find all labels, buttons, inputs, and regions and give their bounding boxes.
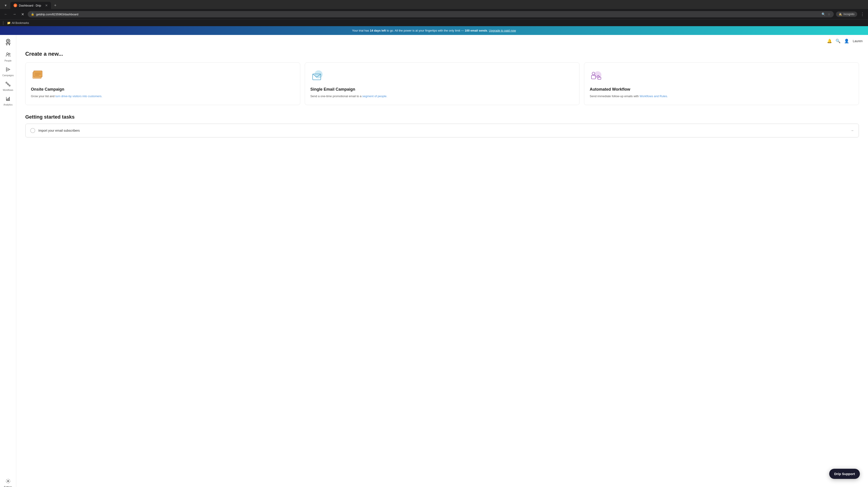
banner-middle: to go. All the power is at your fingerti…	[386, 29, 465, 32]
all-bookmarks-btn[interactable]: 📁 All Bookmarks	[6, 21, 30, 25]
address-actions: 🔍 ☆	[822, 12, 831, 16]
app-layout: People Campaigns Workflow	[0, 35, 868, 487]
security-icon: 🔒	[31, 12, 34, 16]
task-label-import: Import your email subscribers	[38, 129, 80, 132]
sidebar-item-people[interactable]: People	[1, 50, 15, 64]
svg-rect-9	[7, 84, 8, 85]
svg-point-18	[7, 481, 9, 482]
user-icon[interactable]: 👤	[844, 38, 849, 43]
svg-rect-10	[9, 85, 10, 86]
svg-point-24	[314, 70, 322, 78]
task-checkbox-import[interactable]	[30, 128, 35, 133]
tab-close-btn[interactable]: ✕	[45, 4, 48, 7]
svg-rect-8	[6, 82, 7, 83]
svg-point-5	[9, 44, 10, 45]
svg-rect-15	[7, 99, 7, 101]
task-item-import[interactable]: Import your email subscribers →	[26, 124, 859, 137]
content-area: Create a new... Onsite Campaign	[25, 51, 859, 137]
single-email-icon	[310, 69, 325, 84]
svg-point-7	[9, 53, 10, 55]
sidebar-item-settings-label: Settings	[4, 486, 12, 487]
sidebar-logo[interactable]	[3, 37, 13, 47]
tab-bar: ▼ d Dashboard · Drip ✕ +	[0, 0, 868, 9]
sidebar-item-settings[interactable]: Settings	[1, 477, 15, 487]
search-icon[interactable]: 🔍	[836, 38, 840, 43]
incognito-btn[interactable]: 🕵 Incognito	[836, 11, 857, 17]
top-bar: 🔔 🔍 👤 Lauren	[822, 35, 868, 47]
days-left: 14 days left	[370, 29, 386, 32]
svg-line-12	[8, 84, 9, 86]
address-bar-input[interactable]: 🔒 getdrip.com/8235963/dashboard 🔍 ☆	[28, 11, 834, 18]
sidebar-item-workflows[interactable]: Workflows	[1, 79, 15, 93]
drip-support-btn[interactable]: Drip Support	[829, 469, 860, 479]
incognito-icon: 🕵	[839, 12, 842, 16]
user-name[interactable]: Lauren	[852, 39, 863, 43]
sidebar-item-people-label: People	[4, 60, 11, 62]
svg-line-11	[7, 83, 7, 84]
svg-rect-16	[8, 98, 8, 101]
automated-workflow-card[interactable]: Automated Workflow Send immediate follow…	[584, 62, 859, 105]
tasks-wrapper: Import your email subscribers →	[25, 124, 859, 137]
email-desc-link: segment of people.	[362, 94, 387, 98]
forward-btn[interactable]: →	[11, 11, 18, 17]
settings-icon	[5, 479, 11, 485]
bookmarks-label: All Bookmarks	[12, 22, 29, 25]
notifications-icon[interactable]: 🔔	[827, 38, 832, 43]
bookmark-icon[interactable]: ☆	[828, 12, 831, 16]
email-limit: 100 email sends	[465, 29, 487, 32]
bookmarks-bar: | 📁 All Bookmarks	[0, 20, 868, 26]
single-email-desc: Send a one-time promotional email to a s…	[310, 94, 574, 99]
bookmark-divider: |	[3, 21, 4, 25]
cards-row: Onsite Campaign Grow your list and turn …	[25, 62, 859, 105]
sidebar-item-campaigns-label: Campaigns	[2, 74, 14, 77]
tab-title: Dashboard · Drip	[19, 4, 41, 7]
automated-workflow-icon	[590, 69, 604, 84]
reload-btn[interactable]: ✕	[20, 11, 26, 18]
trial-banner: Your trial has 14 days left to go. All t…	[0, 26, 868, 35]
svg-point-4	[6, 44, 7, 45]
address-bar: ← → ✕ 🔒 getdrip.com/8235963/dashboard 🔍 …	[0, 9, 868, 20]
banner-suffix: .	[487, 29, 488, 32]
svg-point-6	[6, 53, 8, 55]
single-email-title: Single Email Campaign	[310, 87, 574, 92]
tab-favicon: d	[13, 4, 17, 7]
svg-text:d: d	[14, 4, 16, 7]
url-display: getdrip.com/8235963/dashboard	[36, 12, 820, 16]
back-btn[interactable]: ←	[3, 11, 9, 17]
browser-chrome: ▼ d Dashboard · Drip ✕ + ← → ✕ 🔒 getdrip…	[0, 0, 868, 26]
campaigns-icon	[5, 67, 11, 73]
onsite-campaign-icon	[31, 69, 45, 84]
upgrade-link[interactable]: Upgrade to paid now	[489, 29, 516, 32]
task-arrow-icon: →	[850, 129, 854, 133]
onsite-campaign-card[interactable]: Onsite Campaign Grow your list and turn …	[25, 62, 300, 105]
folder-icon: 📁	[7, 21, 10, 25]
workflow-desc-link: Workflows and Rules.	[640, 94, 668, 98]
analytics-icon	[5, 96, 11, 103]
svg-rect-17	[9, 97, 10, 101]
sidebar-item-campaigns[interactable]: Campaigns	[1, 65, 15, 79]
banner-prefix: Your trial has	[352, 29, 370, 32]
incognito-label: Incognito	[843, 12, 855, 16]
main-content: 🔔 🔍 👤 Lauren Create a new...	[16, 35, 868, 487]
automated-workflow-title: Automated Workflow	[590, 87, 853, 92]
onsite-desc-link: turn drive-by visitors into customers.	[55, 94, 102, 98]
search-icon[interactable]: 🔍	[822, 12, 825, 16]
onsite-campaign-title: Onsite Campaign	[31, 87, 294, 92]
sidebar-item-analytics[interactable]: Analytics	[1, 94, 15, 108]
create-section-title: Create a new...	[25, 51, 859, 57]
getting-started-title: Getting started tasks	[25, 114, 859, 120]
svg-rect-20	[34, 71, 42, 77]
onsite-campaign-desc: Grow your list and turn drive-by visitor…	[31, 94, 294, 99]
browser-menu-btn[interactable]: ⋮	[860, 11, 865, 18]
sidebar-item-workflows-label: Workflows	[3, 89, 13, 92]
sidebar-item-analytics-label: Analytics	[3, 103, 12, 106]
tab-dropdown-btn[interactable]: ▼	[2, 3, 9, 8]
active-tab[interactable]: d Dashboard · Drip ✕	[10, 2, 51, 9]
svg-point-3	[7, 40, 9, 41]
workflows-icon	[5, 82, 11, 88]
automated-workflow-desc: Send immediate follow-up emails with Wor…	[590, 94, 853, 99]
single-email-card[interactable]: Single Email Campaign Send a one-time pr…	[305, 62, 580, 105]
people-icon	[5, 52, 11, 59]
new-tab-btn[interactable]: +	[52, 2, 58, 9]
sidebar: People Campaigns Workflow	[0, 35, 16, 487]
